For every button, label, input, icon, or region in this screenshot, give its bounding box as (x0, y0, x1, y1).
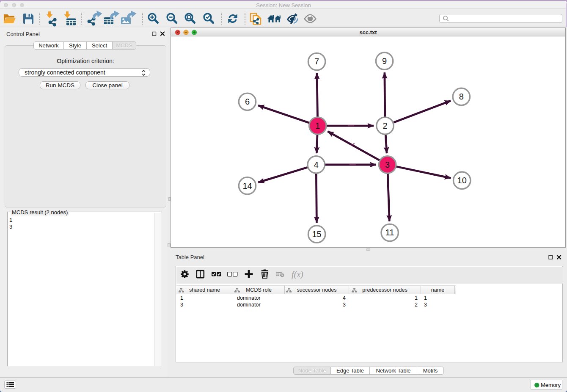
svg-text:1: 1 (315, 121, 320, 130)
svg-text:4: 4 (314, 160, 319, 169)
svg-text:14: 14 (242, 181, 252, 190)
svg-text:f(x): f(x) (292, 270, 303, 279)
svg-text:9: 9 (382, 56, 387, 66)
svg-text:15: 15 (312, 229, 321, 239)
svg-text:11: 11 (385, 228, 394, 237)
svg-text:3: 3 (385, 160, 390, 169)
svg-text:10: 10 (457, 176, 467, 185)
svg-text:6: 6 (245, 97, 250, 106)
svg-text:2: 2 (383, 121, 387, 130)
svg-text:7: 7 (314, 57, 319, 66)
svg-text:8: 8 (459, 92, 464, 101)
